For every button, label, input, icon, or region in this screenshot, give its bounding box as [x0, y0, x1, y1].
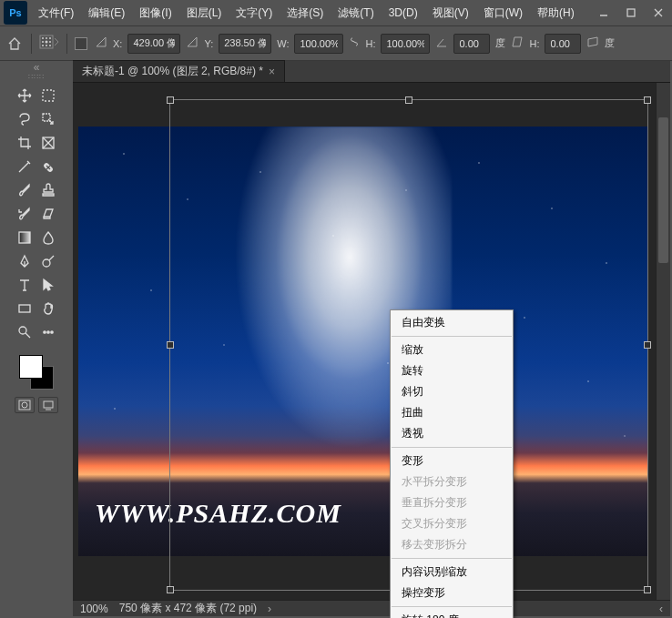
- eyedropper-tool-icon[interactable]: [13, 155, 36, 178]
- context-menu-item[interactable]: 自由变换: [391, 312, 513, 333]
- scroll-left-icon[interactable]: ‹: [659, 603, 663, 615]
- context-menu-item: 水平拆分变形: [391, 471, 513, 492]
- h-input[interactable]: [381, 34, 430, 54]
- menu-window[interactable]: 窗口(W): [476, 0, 530, 26]
- stamp-tool-icon[interactable]: [36, 178, 60, 202]
- scrollbar-thumb[interactable]: [658, 117, 668, 263]
- menu-layer[interactable]: 图层(L): [179, 0, 229, 26]
- move-tool-icon[interactable]: [13, 84, 36, 107]
- healing-tool-icon[interactable]: [36, 155, 60, 178]
- context-menu-item[interactable]: 旋转 180 度: [391, 610, 513, 618]
- watermark-text: WWW.PSAHZ.COM: [95, 498, 341, 529]
- vertical-scrollbar[interactable]: [656, 83, 670, 600]
- rectangle-tool-icon[interactable]: [13, 297, 36, 320]
- menu-edit[interactable]: 编辑(E): [81, 0, 132, 26]
- skew-suffix: 度: [605, 36, 615, 50]
- canvas-area[interactable]: WWW.PSAHZ.COM 100% 750 像素 x 472 像素 (72 p…: [73, 83, 670, 616]
- home-icon[interactable]: [5, 35, 24, 53]
- transform-ref-icon[interactable]: [39, 35, 59, 52]
- menu-separator: [392, 447, 512, 448]
- hand-tool-icon[interactable]: [36, 297, 60, 320]
- chevron-right-icon[interactable]: ›: [268, 603, 271, 615]
- svg-point-25: [19, 327, 26, 334]
- x-input[interactable]: [127, 34, 180, 54]
- path-select-tool-icon[interactable]: [36, 273, 60, 297]
- context-menu-item[interactable]: 内容识别缩放: [391, 562, 513, 583]
- menu-3d[interactable]: 3D(D): [382, 0, 425, 26]
- svg-point-31: [22, 402, 27, 408]
- marquee-tool-icon[interactable]: [36, 84, 60, 107]
- menu-view[interactable]: 视图(V): [425, 0, 476, 26]
- foreground-color[interactable]: [19, 355, 43, 379]
- svg-rect-1: [627, 9, 635, 16]
- transform-handle[interactable]: [644, 96, 651, 104]
- angle-input[interactable]: [453, 34, 490, 54]
- transform-handle[interactable]: [167, 586, 174, 593]
- eraser-tool-icon[interactable]: [36, 202, 60, 226]
- context-menu-item[interactable]: 透视: [391, 423, 513, 444]
- blur-tool-icon[interactable]: [36, 226, 60, 249]
- y-label: Y:: [204, 38, 213, 49]
- menu-separator: [392, 606, 512, 607]
- gradient-tool-icon[interactable]: [13, 226, 36, 249]
- menu-select[interactable]: 选择(S): [280, 0, 331, 26]
- zoom-tool-icon[interactable]: [13, 320, 36, 344]
- context-menu-item[interactable]: 变形: [391, 451, 513, 471]
- close-icon[interactable]: ×: [269, 66, 275, 78]
- context-menu-item[interactable]: 缩放: [391, 339, 513, 360]
- zoom-level[interactable]: 100%: [80, 603, 108, 615]
- more-tools-icon[interactable]: [36, 320, 60, 344]
- triangle-icon: [95, 35, 107, 51]
- transform-handle[interactable]: [167, 96, 174, 104]
- panel-toggle[interactable]: «: [0, 61, 73, 72]
- screenmode-button[interactable]: [38, 397, 58, 413]
- transform-handle[interactable]: [405, 96, 412, 104]
- context-menu-item: 交叉拆分变形: [391, 513, 513, 534]
- quickmask-button[interactable]: [15, 397, 35, 413]
- minimize-button[interactable]: [590, 0, 617, 26]
- pen-tool-icon[interactable]: [13, 249, 36, 273]
- y-input[interactable]: [219, 34, 271, 54]
- lasso-tool-icon[interactable]: [13, 107, 36, 131]
- frame-tool-icon[interactable]: [36, 131, 60, 155]
- x-label: X:: [113, 38, 122, 49]
- menu-separator: [392, 336, 512, 337]
- svg-point-9: [46, 41, 48, 44]
- document-tab[interactable]: 未标题-1 @ 100% (图层 2, RGB/8#) * ×: [73, 60, 285, 82]
- context-menu-item[interactable]: 操控变形: [391, 583, 513, 603]
- quick-select-tool-icon[interactable]: [36, 107, 60, 131]
- status-bar: 100% 750 像素 x 472 像素 (72 ppi) › ‹: [73, 600, 670, 616]
- main-menu: 文件(F) 编辑(E) 图像(I) 图层(L) 文字(Y) 选择(S) 滤镜(T…: [31, 0, 590, 26]
- svg-point-10: [49, 41, 51, 43]
- svg-point-6: [46, 37, 47, 39]
- toolbox: ∷∷∷: [0, 73, 73, 413]
- skew-label: H:: [529, 38, 539, 49]
- menu-filter[interactable]: 滤镜(T): [331, 0, 381, 26]
- w-label: W:: [277, 38, 289, 49]
- menu-help[interactable]: 帮助(H): [530, 0, 582, 26]
- svg-rect-24: [19, 305, 30, 312]
- maximize-button[interactable]: [617, 0, 645, 26]
- close-button[interactable]: [645, 0, 672, 26]
- history-brush-tool-icon[interactable]: [13, 202, 36, 226]
- brush-tool-icon[interactable]: [13, 178, 36, 202]
- transform-handle[interactable]: [644, 586, 651, 593]
- toolbox-grip[interactable]: ∷∷∷: [16, 73, 56, 80]
- menu-file[interactable]: 文件(F): [31, 0, 81, 26]
- menu-type[interactable]: 文字(Y): [229, 0, 280, 26]
- document-dimensions: 750 像素 x 472 像素 (72 ppi): [119, 601, 257, 616]
- workspace: 未标题-1 @ 100% (图层 2, RGB/8#) * × WWW.PSAH…: [73, 61, 670, 616]
- crop-tool-icon[interactable]: [13, 131, 36, 155]
- link-icon[interactable]: [349, 35, 360, 51]
- context-menu-item[interactable]: 旋转: [391, 360, 513, 381]
- context-menu-item[interactable]: 扭曲: [391, 402, 513, 423]
- canvas-image: WWW.PSAHZ.COM: [78, 127, 648, 556]
- checkbox-constrain[interactable]: [75, 37, 87, 50]
- context-menu-item[interactable]: 斜切: [391, 381, 513, 402]
- w-input[interactable]: [294, 34, 343, 54]
- skew-input[interactable]: [545, 34, 581, 54]
- text-tool-icon[interactable]: [13, 273, 36, 297]
- color-swatches[interactable]: [15, 351, 57, 393]
- menu-image[interactable]: 图像(I): [132, 0, 178, 26]
- dodge-tool-icon[interactable]: [36, 249, 60, 273]
